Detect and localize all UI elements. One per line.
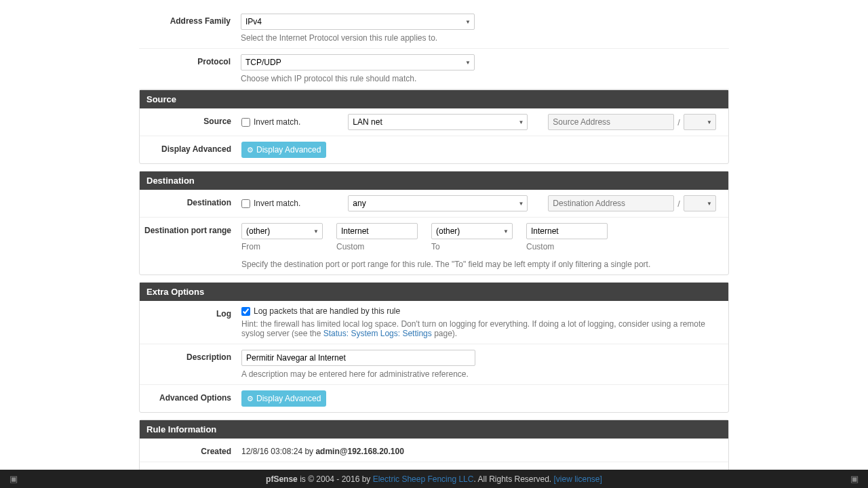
source-invert-label[interactable]: Invert match. <box>241 117 300 127</box>
extra-options-header: Extra Options <box>140 283 728 301</box>
address-family-help: Select the Internet Protocol version thi… <box>241 33 722 43</box>
destination-header: Destination <box>140 171 728 190</box>
destination-label: Destination <box>140 195 241 207</box>
footer-license-link[interactable]: [view license] <box>554 474 602 484</box>
log-checkbox-label[interactable]: Log packets that are handled by this rul… <box>241 306 722 316</box>
description-label: Description <box>140 350 241 362</box>
log-checkbox[interactable] <box>241 307 250 316</box>
syslog-settings-link[interactable]: Status: System Logs: Settings <box>323 329 432 338</box>
advanced-options-label: Advanced Options <box>140 390 241 403</box>
source-invert-checkbox[interactable] <box>241 118 250 127</box>
source-header: Source <box>140 90 728 108</box>
destination-port-label: Destination port range <box>140 223 241 235</box>
description-help: A description may be entered here for ad… <box>241 369 722 379</box>
dest-port-from-select[interactable]: (other) <box>241 223 323 239</box>
source-mask-select[interactable] <box>684 114 716 130</box>
display-advanced-label: Display Advanced <box>140 142 241 154</box>
created-time: 12/8/16 03:08:24 by <box>241 447 315 456</box>
protocol-help: Choose which IP protocol this rule shoul… <box>241 74 722 83</box>
source-address-input[interactable] <box>548 114 674 130</box>
gear-icon <box>247 394 254 403</box>
gear-icon <box>247 145 254 155</box>
created-label: Created <box>140 444 241 456</box>
footer-left-icon[interactable]: ▣ <box>0 474 27 484</box>
footer-brand: pfSense <box>266 474 298 484</box>
dest-port-to-custom[interactable] <box>526 223 608 239</box>
dest-port-from-label: From <box>241 242 323 251</box>
destination-invert-checkbox[interactable] <box>241 199 250 208</box>
address-family-label: Address Family <box>139 14 241 26</box>
footer-right-icon[interactable]: ▣ <box>841 474 868 484</box>
footer-company-link[interactable]: Electric Sheep Fencing LLC <box>373 474 474 484</box>
dest-port-help: Specify the destination port or port ran… <box>241 260 722 269</box>
log-hint: Hint: the firewall has limited local log… <box>241 319 722 338</box>
dest-port-to-label: To <box>431 242 513 251</box>
source-label: Source <box>140 114 241 126</box>
rule-info-header: Rule Information <box>140 420 728 439</box>
description-input[interactable] <box>241 350 475 366</box>
advanced-options-button[interactable]: Display Advanced <box>241 390 326 407</box>
source-panel: Source Source Invert match. LAN net / <box>139 89 729 164</box>
destination-mask-select[interactable] <box>684 195 716 211</box>
created-by: admin@192.168.20.100 <box>315 447 403 456</box>
destination-slash: / <box>677 199 680 209</box>
destination-type-select[interactable]: any <box>348 195 528 211</box>
source-display-advanced-button[interactable]: Display Advanced <box>241 142 326 158</box>
source-type-select[interactable]: LAN net <box>348 114 528 130</box>
log-label: Log <box>140 306 241 319</box>
dest-port-from-custom-label: Custom <box>336 242 418 251</box>
source-slash: / <box>677 117 680 127</box>
destination-address-input[interactable] <box>548 195 674 211</box>
extra-options-panel: Extra Options Log Log packets that are h… <box>139 282 729 413</box>
address-family-select[interactable]: IPv4 <box>241 14 475 30</box>
destination-panel: Destination Destination Invert match. an… <box>139 171 729 275</box>
dest-port-to-custom-label: Custom <box>526 242 608 251</box>
footer: ▣ pfSense is © 2004 - 2016 by Electric S… <box>0 470 868 488</box>
destination-invert-label[interactable]: Invert match. <box>241 199 300 208</box>
protocol-select[interactable]: TCP/UDP <box>241 54 475 70</box>
protocol-label: Protocol <box>139 54 241 66</box>
dest-port-from-custom[interactable] <box>336 223 418 239</box>
dest-port-to-select[interactable]: (other) <box>431 223 513 239</box>
